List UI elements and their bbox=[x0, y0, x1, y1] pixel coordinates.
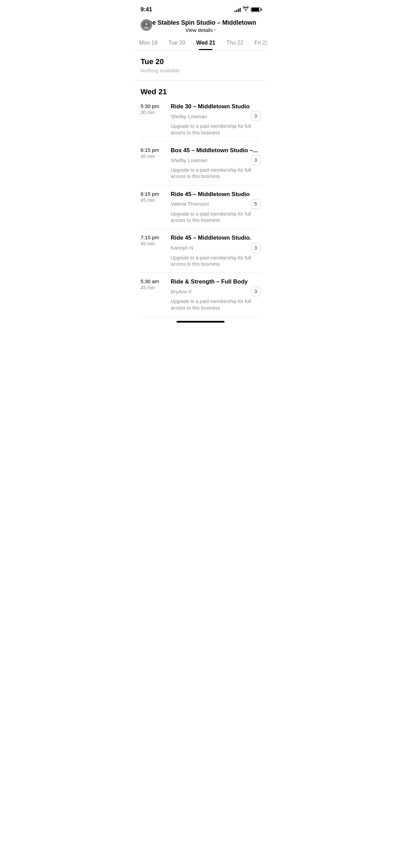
section-title-tue20: Tue 20 bbox=[141, 57, 260, 66]
tab-fri23[interactable]: Fri 23 bbox=[249, 37, 267, 50]
class-item[interactable]: 7:15 pm 45 min Ride 45 – Middletown Stud… bbox=[141, 229, 260, 273]
class-spots: 3 bbox=[251, 155, 260, 165]
class-duration: 45 min bbox=[141, 154, 165, 159]
class-info: Ride 30 – Middletown Studio Shelby Lowma… bbox=[171, 103, 260, 136]
class-item[interactable]: 5:30 am 45 min Ride & Strength – Full Bo… bbox=[141, 273, 260, 317]
wifi-icon bbox=[243, 7, 249, 13]
tab-tue20[interactable]: Tue 20 bbox=[163, 37, 191, 50]
class-item[interactable]: 6:15 pm 45 min Ride 45 – Middletown Stud… bbox=[141, 185, 260, 229]
day-tabs: Mon 19 Tue 20 Wed 21 Thu 22 Fri 23 S bbox=[134, 33, 267, 50]
instructor-row: Karolyn N 3 bbox=[171, 243, 260, 253]
class-instructor: Karolyn N bbox=[171, 245, 193, 251]
upgrade-text: Upgrade to a paid membership for full ac… bbox=[171, 255, 260, 267]
class-name: Ride 45 – Middletown Studio. bbox=[171, 234, 260, 241]
status-time: 9:41 bbox=[141, 6, 152, 13]
class-name: Ride 30 – Middletown Studio bbox=[171, 103, 260, 110]
instructor-row: Valerie Thomson 5 bbox=[171, 199, 260, 209]
status-icons bbox=[234, 7, 260, 13]
signal-icon bbox=[234, 7, 241, 12]
upgrade-text: Upgrade to a paid membership for full ac… bbox=[171, 123, 260, 135]
instructor-row: Shelby Lowman 3 bbox=[171, 111, 260, 121]
class-instructor: Shelby Lowman bbox=[171, 157, 207, 163]
section-tue20: Tue 20 Nothing available bbox=[134, 50, 267, 73]
view-details-label: View details bbox=[185, 27, 213, 33]
class-name: Box 45 – Middletown Studio –... bbox=[171, 147, 260, 154]
view-details-button[interactable]: View details › bbox=[185, 27, 216, 33]
class-duration: 45 min bbox=[141, 285, 165, 290]
tab-mon19[interactable]: Mon 19 bbox=[134, 37, 163, 50]
time-column: 5:30 am 45 min bbox=[141, 278, 165, 311]
studio-header: The Stables Spin Studio – Middletown Vie… bbox=[134, 16, 267, 33]
tab-wed21[interactable]: Wed 21 bbox=[191, 37, 221, 50]
time-column: 7:15 pm 45 min bbox=[141, 234, 165, 267]
avatar bbox=[141, 19, 152, 31]
class-info: Ride & Strength – Full Body BryAnn F 3 U… bbox=[171, 278, 260, 311]
time-column: 6:15 pm 45 min bbox=[141, 191, 165, 224]
status-bar: 9:41 bbox=[134, 0, 267, 16]
class-item[interactable]: 6:15 pm 45 min Box 45 – Middletown Studi… bbox=[141, 142, 260, 185]
class-spots: 3 bbox=[251, 243, 260, 253]
class-spots: 5 bbox=[251, 199, 260, 209]
class-duration: 45 min bbox=[141, 241, 165, 246]
upgrade-text: Upgrade to a paid membership for full ac… bbox=[171, 211, 260, 223]
class-name: Ride 45 – Middletown Studio bbox=[171, 191, 260, 198]
battery-icon bbox=[251, 7, 260, 12]
content: Tue 20 Nothing available Wed 21 5:30 pm … bbox=[134, 50, 267, 317]
class-spots: 3 bbox=[251, 287, 260, 296]
svg-point-1 bbox=[145, 23, 148, 25]
class-info: Ride 45 – Middletown Studio. Karolyn N 3… bbox=[171, 234, 260, 267]
class-instructor: Valerie Thomson bbox=[171, 201, 209, 207]
class-instructor: Shelby Lowman bbox=[171, 113, 207, 119]
time-column: 5:30 pm 30 min bbox=[141, 103, 165, 136]
class-instructor: BryAnn F bbox=[171, 289, 192, 294]
class-time: 6:15 pm bbox=[141, 191, 165, 197]
instructor-row: BryAnn F 3 bbox=[171, 287, 260, 296]
class-info: Box 45 – Middletown Studio –... Shelby L… bbox=[171, 147, 260, 180]
tab-thu22[interactable]: Thu 22 bbox=[221, 37, 249, 50]
home-indicator bbox=[134, 317, 267, 325]
class-time: 7:15 pm bbox=[141, 234, 165, 240]
class-time: 5:30 am bbox=[141, 278, 165, 284]
time-column: 6:15 pm 45 min bbox=[141, 147, 165, 180]
class-spots: 3 bbox=[251, 111, 260, 121]
home-bar bbox=[177, 321, 224, 323]
class-duration: 45 min bbox=[141, 197, 165, 203]
chevron-right-icon: › bbox=[214, 27, 216, 33]
section-title-wed21: Wed 21 bbox=[141, 87, 260, 96]
class-time: 5:30 pm bbox=[141, 103, 165, 109]
class-duration: 30 min bbox=[141, 110, 165, 115]
section-wed21: Wed 21 bbox=[134, 81, 267, 96]
class-time: 6:15 pm bbox=[141, 147, 165, 153]
class-info: Ride 45 – Middletown Studio Valerie Thom… bbox=[171, 191, 260, 224]
nothing-available-tue20: Nothing available bbox=[141, 68, 260, 73]
instructor-row: Shelby Lowman 3 bbox=[171, 155, 260, 165]
upgrade-text: Upgrade to a paid membership for full ac… bbox=[171, 167, 260, 179]
studio-title: The Stables Spin Studio – Middletown bbox=[145, 19, 256, 26]
class-name: Ride & Strength – Full Body bbox=[171, 278, 260, 285]
class-list: 5:30 pm 30 min Ride 30 – Middletown Stud… bbox=[134, 98, 267, 317]
class-item[interactable]: 5:30 pm 30 min Ride 30 – Middletown Stud… bbox=[141, 98, 260, 142]
upgrade-text: Upgrade to a paid membership for full ac… bbox=[171, 298, 260, 311]
